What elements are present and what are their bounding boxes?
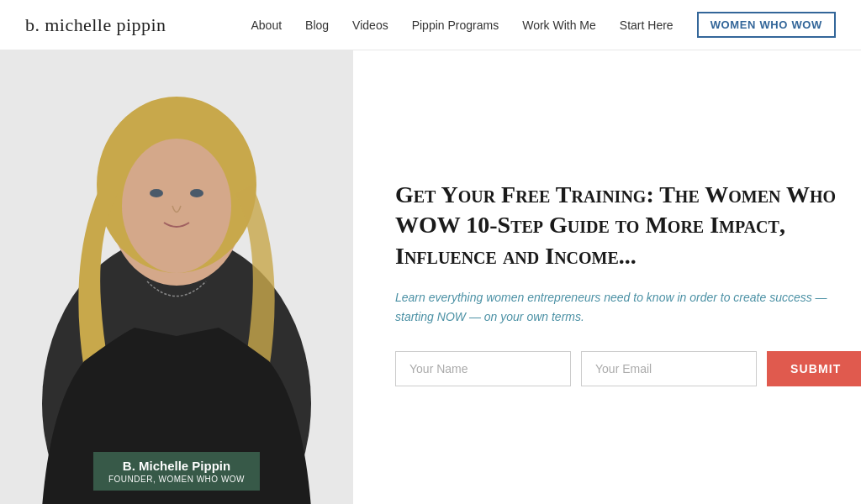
main-content: B. Michelle Pippin FOUNDER, Women Who WO… <box>0 50 861 504</box>
submit-button[interactable]: SUBMIT <box>767 351 861 386</box>
nav-about[interactable]: About <box>251 18 282 32</box>
site-logo[interactable]: b. michelle pippin <box>25 14 166 36</box>
svg-point-7 <box>190 189 203 197</box>
badge-name: B. Michelle Pippin <box>108 459 245 473</box>
name-input[interactable] <box>395 351 571 386</box>
svg-point-6 <box>150 189 163 197</box>
main-nav: About Blog Videos Pippin Programs Work W… <box>251 12 836 38</box>
hero-subtext: Learn everything women entrepreneurs nee… <box>395 288 861 326</box>
nav-blog[interactable]: Blog <box>305 18 329 32</box>
person-image <box>0 50 353 504</box>
nav-women-who-wow[interactable]: WOMEN WHO WOW <box>697 12 836 38</box>
person-name-badge: B. Michelle Pippin FOUNDER, Women Who WO… <box>93 452 260 491</box>
hero-background: B. Michelle Pippin FOUNDER, Women Who WO… <box>0 50 353 504</box>
nav-work-with-me[interactable]: Work With Me <box>522 18 596 32</box>
hero-headline: Get Your Free Training: The Women Who WO… <box>395 180 861 271</box>
hero-text-section: Get Your Free Training: The Women Who WO… <box>353 50 861 504</box>
svg-point-5 <box>122 139 231 273</box>
hero-image-section: B. Michelle Pippin FOUNDER, Women Who WO… <box>0 50 353 504</box>
nav-pippin-programs[interactable]: Pippin Programs <box>412 18 499 32</box>
site-header: b. michelle pippin About Blog Videos Pip… <box>0 0 861 50</box>
nav-videos[interactable]: Videos <box>352 18 388 32</box>
signup-form: SUBMIT <box>395 351 861 386</box>
badge-title: FOUNDER, Women Who WOW <box>108 475 245 484</box>
nav-start-here[interactable]: Start Here <box>620 18 673 32</box>
email-input[interactable] <box>581 351 757 386</box>
